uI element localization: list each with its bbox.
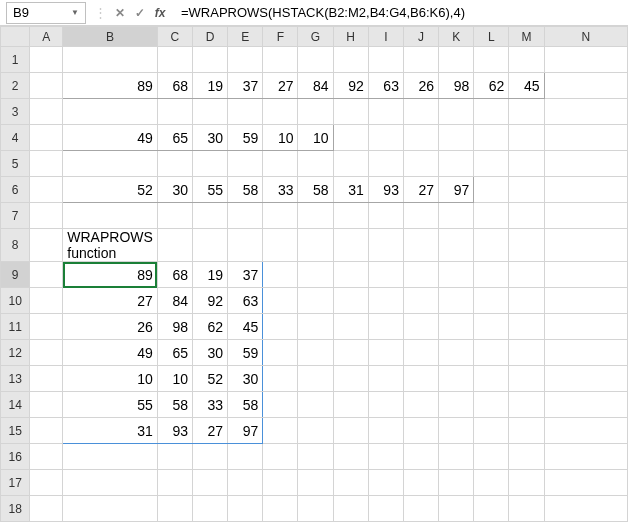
cell[interactable] bbox=[474, 47, 509, 73]
cell[interactable] bbox=[509, 99, 544, 125]
cell[interactable]: 92 bbox=[192, 288, 227, 314]
cell[interactable]: 97 bbox=[228, 418, 263, 444]
cell[interactable] bbox=[368, 125, 403, 151]
cell[interactable] bbox=[544, 340, 627, 366]
cell[interactable] bbox=[439, 262, 474, 288]
row-header[interactable]: 2 bbox=[1, 73, 30, 99]
cell[interactable] bbox=[63, 444, 158, 470]
cell[interactable]: 92 bbox=[333, 73, 368, 99]
cell[interactable] bbox=[474, 177, 509, 203]
cell[interactable] bbox=[509, 288, 544, 314]
row-header[interactable]: 16 bbox=[1, 444, 30, 470]
cell[interactable] bbox=[30, 229, 63, 262]
cell[interactable] bbox=[439, 470, 474, 496]
cell[interactable]: 65 bbox=[157, 340, 192, 366]
cell[interactable] bbox=[509, 314, 544, 340]
cell[interactable] bbox=[298, 314, 333, 340]
cell[interactable] bbox=[509, 470, 544, 496]
cell[interactable] bbox=[544, 314, 627, 340]
cell[interactable] bbox=[263, 366, 298, 392]
cell[interactable] bbox=[509, 151, 544, 177]
column-header[interactable]: B bbox=[63, 27, 158, 47]
cell[interactable] bbox=[474, 366, 509, 392]
cell[interactable]: 10 bbox=[298, 125, 333, 151]
row-header[interactable]: 18 bbox=[1, 496, 30, 522]
cell[interactable] bbox=[544, 73, 627, 99]
cell[interactable]: 62 bbox=[192, 314, 227, 340]
cell[interactable]: 27 bbox=[263, 73, 298, 99]
cell[interactable] bbox=[30, 418, 63, 444]
cell[interactable]: 97 bbox=[439, 177, 474, 203]
column-header[interactable]: H bbox=[333, 27, 368, 47]
cell[interactable]: 27 bbox=[403, 177, 438, 203]
cell[interactable]: 31 bbox=[63, 418, 158, 444]
cell[interactable] bbox=[439, 392, 474, 418]
cell[interactable] bbox=[544, 125, 627, 151]
cell[interactable] bbox=[544, 151, 627, 177]
cell[interactable] bbox=[192, 496, 227, 522]
cell[interactable] bbox=[192, 151, 227, 177]
cell[interactable] bbox=[368, 203, 403, 229]
cell[interactable] bbox=[474, 314, 509, 340]
cell[interactable] bbox=[333, 340, 368, 366]
cell[interactable] bbox=[263, 392, 298, 418]
cell[interactable] bbox=[298, 99, 333, 125]
cell[interactable] bbox=[403, 392, 438, 418]
cell[interactable] bbox=[157, 47, 192, 73]
row-header[interactable]: 15 bbox=[1, 418, 30, 444]
row-header[interactable]: 13 bbox=[1, 366, 30, 392]
cell[interactable] bbox=[63, 470, 158, 496]
cell[interactable]: 26 bbox=[403, 73, 438, 99]
cell[interactable] bbox=[333, 366, 368, 392]
cell[interactable]: 59 bbox=[228, 125, 263, 151]
cell[interactable] bbox=[403, 366, 438, 392]
column-header[interactable]: F bbox=[263, 27, 298, 47]
row-header[interactable]: 12 bbox=[1, 340, 30, 366]
cell[interactable] bbox=[30, 288, 63, 314]
cell[interactable] bbox=[403, 99, 438, 125]
cell[interactable]: 19 bbox=[192, 262, 227, 288]
cell[interactable] bbox=[333, 262, 368, 288]
row-header[interactable]: 8 bbox=[1, 229, 30, 262]
cell[interactable] bbox=[333, 151, 368, 177]
cell[interactable] bbox=[403, 444, 438, 470]
fx-icon[interactable]: fx bbox=[153, 6, 167, 20]
cell[interactable] bbox=[474, 151, 509, 177]
row-header[interactable]: 11 bbox=[1, 314, 30, 340]
cell[interactable]: 63 bbox=[368, 73, 403, 99]
cell[interactable]: 63 bbox=[228, 288, 263, 314]
cell[interactable] bbox=[403, 314, 438, 340]
cell[interactable] bbox=[403, 151, 438, 177]
cell[interactable]: 45 bbox=[228, 314, 263, 340]
check-icon[interactable]: ✓ bbox=[133, 6, 147, 20]
cell[interactable] bbox=[192, 99, 227, 125]
cell[interactable]: 58 bbox=[228, 177, 263, 203]
cell[interactable]: 62 bbox=[474, 73, 509, 99]
cell[interactable]: WRAPROWS function bbox=[63, 229, 158, 262]
cell[interactable] bbox=[30, 262, 63, 288]
formula-input[interactable]: =WRAPROWS(HSTACK(B2:M2,B4:G4,B6:K6),4) bbox=[175, 5, 628, 20]
select-all-corner[interactable] bbox=[1, 27, 30, 47]
cell[interactable] bbox=[368, 99, 403, 125]
name-box[interactable]: B9 ▼ bbox=[6, 2, 86, 24]
cell[interactable] bbox=[298, 47, 333, 73]
cell[interactable] bbox=[263, 151, 298, 177]
cell[interactable] bbox=[368, 470, 403, 496]
cell[interactable] bbox=[157, 470, 192, 496]
cell[interactable]: 10 bbox=[263, 125, 298, 151]
cell[interactable] bbox=[439, 314, 474, 340]
cell[interactable] bbox=[263, 444, 298, 470]
cell[interactable] bbox=[474, 392, 509, 418]
cell[interactable] bbox=[509, 340, 544, 366]
cell[interactable] bbox=[333, 314, 368, 340]
cell[interactable]: 27 bbox=[192, 418, 227, 444]
cell[interactable] bbox=[544, 177, 627, 203]
cell[interactable] bbox=[157, 203, 192, 229]
column-header[interactable]: G bbox=[298, 27, 333, 47]
cell[interactable] bbox=[474, 203, 509, 229]
cell[interactable] bbox=[403, 496, 438, 522]
cell[interactable] bbox=[30, 125, 63, 151]
cell[interactable] bbox=[298, 444, 333, 470]
cell[interactable] bbox=[439, 47, 474, 73]
cell[interactable] bbox=[439, 366, 474, 392]
